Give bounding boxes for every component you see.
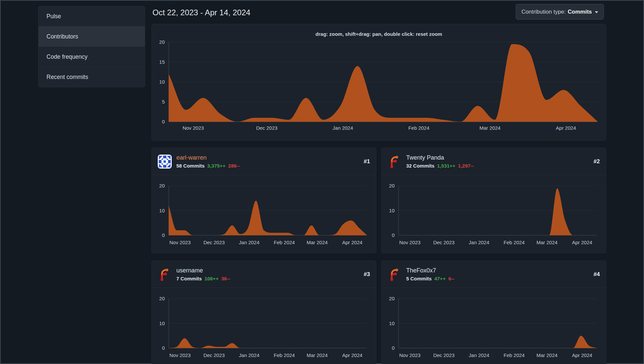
svg-text:Apr 2024: Apr 2024	[342, 352, 362, 358]
svg-text:0: 0	[392, 232, 395, 238]
rank-badge: #3	[364, 271, 370, 278]
svg-text:Nov 2023: Nov 2023	[183, 125, 204, 131]
deletions-count: 6--	[448, 276, 454, 281]
svg-text:20: 20	[159, 39, 165, 45]
main-chart-card: drag: zoom, shift+drag: pan, double clic…	[151, 24, 606, 141]
additions-count: 3,375++	[207, 163, 226, 169]
svg-text:20: 20	[389, 183, 395, 188]
svg-text:Jan 2024: Jan 2024	[239, 240, 259, 245]
contributor-card-header: TheFox0x7 5 Commits 47++ 6-- #4	[382, 261, 606, 288]
forgejo-logo-avatar	[158, 267, 172, 281]
contributor-chart[interactable]: 01020Nov 2023Dec 2023Jan 2024Feb 2024Mar…	[382, 175, 606, 254]
contributor-card-header: username 7 Commits 108++ 36-- #3	[152, 261, 376, 288]
svg-text:10: 10	[159, 208, 165, 213]
contributor-stats: 32 Commits 1,531++ 1,297--	[406, 163, 589, 169]
forgejo-logo-avatar	[388, 267, 402, 281]
commit-count: 32 Commits	[406, 163, 434, 169]
svg-text:Dec 2023: Dec 2023	[433, 240, 454, 245]
sidebar-item-recent-commits[interactable]: Recent commits	[39, 67, 145, 87]
activity-nav: Pulse Contributors Code frequency Recent…	[38, 6, 145, 87]
svg-text:Nov 2023: Nov 2023	[399, 240, 420, 245]
contributor-card: username 7 Commits 108++ 36-- #3 01020No…	[151, 260, 376, 364]
svg-text:Nov 2023: Nov 2023	[399, 352, 420, 358]
svg-text:0: 0	[162, 119, 165, 124]
svg-text:Apr 2024: Apr 2024	[572, 352, 592, 358]
identicon-avatar	[158, 155, 172, 169]
contributor-card-header: Twenty Panda 32 Commits 1,531++ 1,297-- …	[382, 148, 606, 175]
svg-text:Nov 2023: Nov 2023	[169, 240, 191, 245]
additions-count: 108++	[205, 276, 219, 281]
svg-text:Feb 2024: Feb 2024	[274, 240, 295, 245]
svg-text:0: 0	[162, 232, 165, 238]
contributions-overall-chart[interactable]: 05101520Nov 2023Dec 2023Jan 2024Feb 2024…	[152, 24, 606, 141]
svg-text:Dec 2023: Dec 2023	[433, 352, 454, 358]
deletions-count: 286--	[228, 163, 240, 169]
contributor-card: Twenty Panda 32 Commits 1,531++ 1,297-- …	[381, 148, 606, 253]
svg-text:Feb 2024: Feb 2024	[274, 352, 295, 358]
rank-badge: #2	[594, 158, 600, 165]
sidebar-item-contributors[interactable]: Contributors	[39, 26, 145, 46]
svg-text:20: 20	[159, 183, 165, 188]
svg-text:Apr 2024: Apr 2024	[342, 240, 362, 245]
svg-text:Apr 2024: Apr 2024	[572, 240, 592, 245]
contributor-card-header: earl-warren 58 Commits 3,375++ 286-- #1	[152, 148, 376, 175]
contributor-info: TheFox0x7 5 Commits 47++ 6--	[406, 267, 589, 281]
svg-text:Dec 2023: Dec 2023	[203, 240, 225, 245]
svg-text:Nov 2023: Nov 2023	[169, 352, 191, 358]
svg-text:10: 10	[389, 321, 395, 326]
svg-text:10: 10	[159, 79, 165, 85]
svg-text:5: 5	[162, 99, 165, 105]
svg-text:15: 15	[159, 59, 165, 65]
svg-text:Jan 2024: Jan 2024	[332, 125, 353, 131]
commit-count: 7 Commits	[176, 276, 202, 281]
svg-text:Feb 2024: Feb 2024	[408, 125, 429, 131]
contributor-info: username 7 Commits 108++ 36--	[176, 267, 359, 281]
contributor-info: Twenty Panda 32 Commits 1,531++ 1,297--	[406, 154, 589, 169]
additions-count: 47++	[434, 276, 446, 281]
contributor-chart[interactable]: 01020Nov 2023Dec 2023Jan 2024Feb 2024Mar…	[152, 288, 377, 364]
rank-badge: #4	[594, 271, 600, 278]
commit-count: 5 Commits	[406, 276, 432, 281]
svg-text:Mar 2024: Mar 2024	[307, 352, 327, 358]
contributor-card: TheFox0x7 5 Commits 47++ 6-- #4 01020Nov…	[381, 260, 606, 364]
svg-text:20: 20	[159, 296, 165, 301]
contributor-name-link[interactable]: earl-warren	[176, 154, 359, 162]
contributor-info: earl-warren 58 Commits 3,375++ 286--	[176, 154, 359, 169]
additions-count: 1,531++	[437, 163, 455, 169]
forgejo-logo-avatar	[388, 155, 402, 169]
contributor-name: username	[176, 267, 359, 274]
contribution-type-value: Commits	[568, 9, 592, 15]
contributor-chart[interactable]: 01020Nov 2023Dec 2023Jan 2024Feb 2024Mar…	[152, 175, 377, 254]
contribution-type-dropdown[interactable]: Contribution type: Commits	[516, 4, 604, 20]
rank-badge: #1	[364, 158, 370, 165]
svg-text:Jan 2024: Jan 2024	[239, 352, 259, 358]
contributor-card: earl-warren 58 Commits 3,375++ 286-- #1 …	[151, 148, 376, 253]
svg-text:Dec 2023: Dec 2023	[203, 352, 225, 358]
sidebar-item-pulse[interactable]: Pulse	[39, 6, 145, 26]
commit-count: 58 Commits	[176, 163, 205, 169]
svg-text:Jan 2024: Jan 2024	[469, 240, 489, 245]
contributor-stats: 7 Commits 108++ 36--	[176, 276, 359, 281]
svg-text:10: 10	[389, 208, 395, 213]
svg-text:10: 10	[159, 321, 165, 326]
contributor-name: Twenty Panda	[406, 154, 589, 162]
svg-text:Apr 2024: Apr 2024	[556, 125, 576, 131]
svg-text:20: 20	[389, 296, 395, 301]
svg-text:Feb 2024: Feb 2024	[504, 352, 524, 358]
svg-text:0: 0	[392, 345, 395, 351]
svg-text:Mar 2024: Mar 2024	[480, 125, 501, 131]
deletions-count: 36--	[221, 276, 230, 281]
contributor-chart[interactable]: 01020Nov 2023Dec 2023Jan 2024Feb 2024Mar…	[382, 288, 606, 364]
sidebar-item-code-frequency[interactable]: Code frequency	[39, 46, 145, 67]
svg-text:Mar 2024: Mar 2024	[536, 352, 557, 358]
dropdown-caret-icon	[595, 11, 598, 15]
svg-text:Dec 2023: Dec 2023	[256, 125, 277, 131]
contributor-stats: 5 Commits 47++ 6--	[406, 276, 589, 281]
svg-text:0: 0	[162, 345, 165, 351]
date-range-title: Oct 22, 2023 - Apr 14, 2024	[152, 8, 250, 17]
contributor-stats: 58 Commits 3,375++ 286--	[176, 163, 359, 169]
contribution-type-label: Contribution type:	[521, 9, 566, 15]
contributor-name: TheFox0x7	[406, 267, 589, 274]
svg-text:Mar 2024: Mar 2024	[536, 240, 557, 245]
svg-text:Mar 2024: Mar 2024	[307, 240, 327, 245]
